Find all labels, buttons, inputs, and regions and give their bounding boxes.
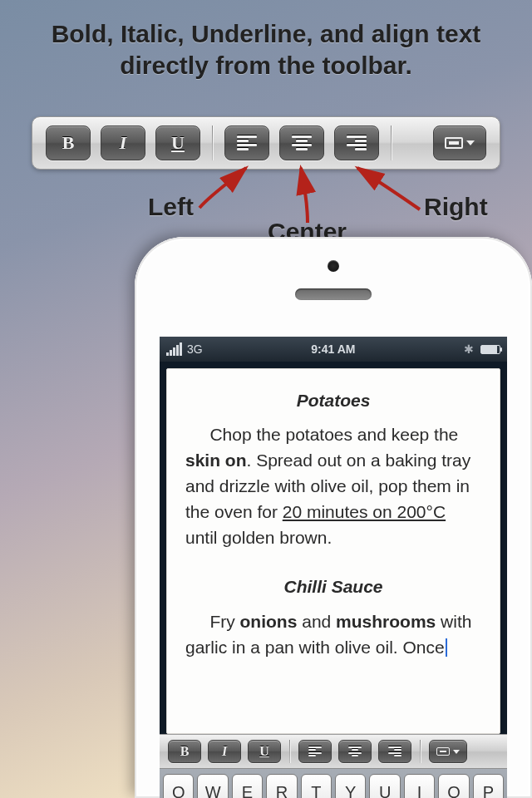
status-bar: 3G 9:41 AM ✱ xyxy=(160,337,507,362)
chevron-down-icon xyxy=(466,140,475,145)
align-center-button[interactable] xyxy=(279,126,324,160)
align-left-icon xyxy=(237,135,257,150)
promo-headline: Bold, Italic, Underline, and align text … xyxy=(0,0,532,81)
annotation-right-label: Right xyxy=(424,193,488,221)
align-right-button[interactable] xyxy=(334,126,379,160)
key-w[interactable]: W xyxy=(197,774,228,798)
section-heading: Chilli Sauce xyxy=(185,574,481,599)
carrier-label: 3G xyxy=(187,342,203,356)
text-cursor xyxy=(446,638,447,657)
align-left-icon xyxy=(308,746,322,756)
paragraph: Chop the potatoes and keep the skin on. … xyxy=(185,421,481,550)
align-right-icon xyxy=(347,135,367,150)
key-e[interactable]: E xyxy=(232,774,263,798)
status-time: 9:41 AM xyxy=(311,342,355,356)
keyboard-icon xyxy=(436,747,450,756)
align-center-icon xyxy=(348,746,362,756)
align-center-button[interactable] xyxy=(338,740,372,763)
align-right-icon xyxy=(388,746,401,756)
battery-icon xyxy=(480,345,500,354)
toolbar-divider xyxy=(289,740,290,763)
align-left-button[interactable] xyxy=(224,126,269,160)
keyboard-toggle-button[interactable] xyxy=(429,740,467,763)
key-i[interactable]: I xyxy=(404,774,435,798)
toolbar-divider xyxy=(391,126,392,160)
align-right-button[interactable] xyxy=(378,740,411,763)
phone-camera xyxy=(328,260,339,272)
key-t[interactable]: T xyxy=(301,774,332,798)
onscreen-keyboard[interactable]: QWERTYUIOP xyxy=(160,769,507,798)
key-y[interactable]: Y xyxy=(335,774,366,798)
signal-icon xyxy=(166,342,182,356)
italic-button[interactable]: I xyxy=(208,740,241,763)
bluetooth-icon: ✱ xyxy=(464,342,474,356)
phone-earpiece xyxy=(295,288,372,300)
underline-button[interactable]: U xyxy=(248,740,281,763)
annotation-left-label: Left xyxy=(148,193,194,221)
underline-button[interactable]: U xyxy=(155,126,200,160)
chevron-down-icon xyxy=(453,750,460,754)
keyboard-toggle-button[interactable] xyxy=(433,126,486,160)
align-left-button[interactable] xyxy=(298,740,332,763)
key-o[interactable]: O xyxy=(438,774,469,798)
key-r[interactable]: R xyxy=(266,774,297,798)
document-editor[interactable]: Potatoes Chop the potatoes and keep the … xyxy=(166,368,500,734)
phone-screen: 3G 9:41 AM ✱ Potatoes Chop the potatoes … xyxy=(160,337,507,798)
key-p[interactable]: P xyxy=(473,774,504,798)
formatting-toolbar-enlarged: B I U xyxy=(32,116,500,170)
key-q[interactable]: Q xyxy=(163,774,194,798)
section-heading: Potatoes xyxy=(185,387,481,413)
toolbar-divider xyxy=(420,740,421,763)
keyboard-icon xyxy=(445,137,463,149)
bold-button[interactable]: B xyxy=(46,126,91,160)
iphone-mockup: 3G 9:41 AM ✱ Potatoes Chop the potatoes … xyxy=(135,237,532,798)
key-u[interactable]: U xyxy=(369,774,400,798)
italic-button[interactable]: I xyxy=(101,126,145,160)
formatting-toolbar: B I U xyxy=(160,734,507,769)
toolbar-divider xyxy=(212,126,213,160)
bold-button[interactable]: B xyxy=(168,740,201,763)
paragraph: Fry onions and mushrooms with garlic in … xyxy=(185,608,481,660)
align-center-icon xyxy=(292,135,312,150)
